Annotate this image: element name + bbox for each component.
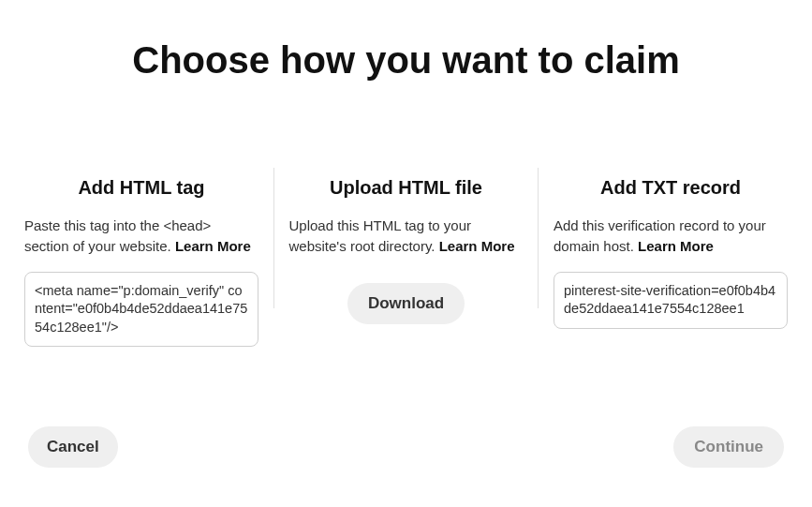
option-html-tag-desc: Paste this tag into the <head> section o… <box>24 216 258 257</box>
divider <box>538 168 539 308</box>
options-row: Add HTML tag Paste this tag into the <he… <box>0 91 812 347</box>
learn-more-link[interactable]: Learn More <box>175 238 251 254</box>
download-button[interactable]: Download <box>347 283 465 324</box>
page-title: Choose how you want to claim <box>0 0 812 91</box>
html-tag-code-box[interactable]: <meta name="p:domain_verify" content="e0… <box>24 272 258 348</box>
option-html-tag-title: Add HTML tag <box>24 177 258 199</box>
option-upload-file-desc: Upload this HTML tag to your website's r… <box>289 216 524 257</box>
cancel-button[interactable]: Cancel <box>28 426 118 468</box>
option-upload-file-title: Upload HTML file <box>289 177 524 199</box>
divider <box>273 168 274 308</box>
option-txt-record: Add TXT record Add this verification rec… <box>544 177 797 347</box>
learn-more-link[interactable]: Learn More <box>439 238 515 254</box>
option-html-tag: Add HTML tag Paste this tag into the <he… <box>15 177 268 347</box>
continue-button[interactable]: Continue <box>673 426 784 468</box>
txt-record-code-box[interactable]: pinterest-site-verification=e0f0b4b4de52… <box>554 272 788 329</box>
learn-more-link[interactable]: Learn More <box>638 238 714 254</box>
option-txt-record-desc: Add this verification record to your dom… <box>554 216 788 257</box>
option-txt-record-title: Add TXT record <box>554 177 788 199</box>
option-upload-file: Upload HTML file Upload this HTML tag to… <box>280 177 533 347</box>
footer-row: Cancel Continue <box>0 426 812 468</box>
